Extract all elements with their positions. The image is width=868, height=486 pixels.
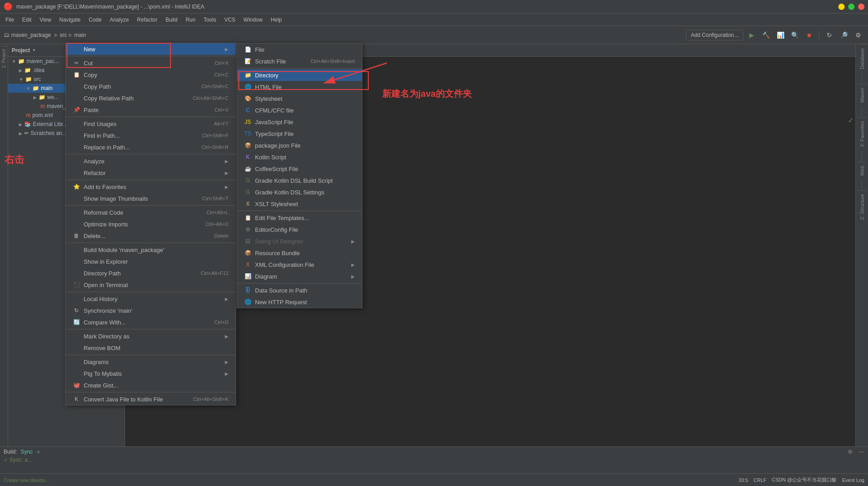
status-linesep[interactable]: CRLF [753, 477, 766, 483]
build-settings-icon[interactable]: ⚙ [848, 449, 853, 455]
search-everywhere-button[interactable]: 🔎 [837, 29, 850, 41]
ctx-local-history[interactable]: Local History ▶ [66, 293, 236, 305]
menu-code[interactable]: Code [85, 15, 105, 24]
build-button[interactable]: 🔨 [760, 29, 772, 41]
structure-tab[interactable]: Z: Structure [858, 190, 867, 223]
ctx-optimize[interactable]: Optimize Imports Ctrl+Alt+O [66, 218, 236, 230]
close-button[interactable] [858, 4, 864, 10]
ctx-analyze[interactable]: Analyze ▶ [66, 155, 236, 167]
ctx-new[interactable]: New ▶ 📄 File 📝 Scratch File Ctrl+Alt+Shi… [66, 43, 236, 55]
menu-build[interactable]: Build [162, 15, 181, 24]
title-bar-controls[interactable] [838, 4, 864, 10]
ctx-remove-bom[interactable]: Remove BOM [66, 342, 236, 354]
nsi-html[interactable]: 🌐 HTML File [237, 81, 362, 93]
ctx-copy-path[interactable]: Copy Path Ctrl+Shift+C [66, 81, 236, 92]
menu-help[interactable]: Help [267, 15, 286, 24]
ctx-convert-java[interactable]: K Convert Java File to Kotlin File Ctrl+… [66, 393, 236, 405]
nsi-stylesheet[interactable]: 🎨 Stylesheet [237, 93, 362, 104]
nsi-kotlin[interactable]: K Kotlin Script [237, 151, 362, 163]
run-button[interactable]: ▶ [745, 29, 758, 41]
ctx-paste[interactable]: 📌 Paste Ctrl+V [66, 104, 236, 116]
tree-label-src: src [34, 76, 41, 82]
nsi-data-source[interactable]: 🗄 Data Source in Path [237, 284, 362, 296]
ctx-delete[interactable]: 🗑 Delete... Delete [66, 230, 236, 242]
ctx-add-favorites[interactable]: ⭐ Add to Favorites ▶ [66, 181, 236, 193]
menu-vcs[interactable]: VCS [221, 15, 239, 24]
add-configuration-button[interactable]: Add Configuration... [686, 30, 743, 40]
menu-window[interactable]: Window [240, 15, 266, 24]
tree-arrow-src: ▼ [19, 77, 23, 82]
ctx-diagrams[interactable]: Diagrams ▶ [66, 356, 236, 368]
nsi-cfml[interactable]: C CFML/CFC file [237, 104, 362, 116]
ctx-cut[interactable]: ✂ Cut Ctrl+X [66, 57, 236, 69]
menu-tools[interactable]: Tools [200, 15, 220, 24]
settings-button[interactable]: ⚙ [852, 29, 864, 41]
minimize-button[interactable] [838, 4, 845, 10]
favorites-tab[interactable]: 2: Favorites [858, 117, 867, 150]
ctx-synchronize[interactable]: ↻ Synchronize 'main' [66, 305, 236, 316]
build-minimize-icon[interactable]: — [859, 449, 864, 455]
ctx-show-explorer[interactable]: Show in Explorer [66, 256, 236, 267]
nsi-gradle-settings[interactable]: G Gradle Kotlin DSL Settings [237, 186, 362, 198]
ctx-copy-left: 📋 Copy [73, 71, 97, 78]
ctx-cut-text: Cut [84, 60, 93, 67]
maven-tab[interactable]: Maven [858, 84, 867, 106]
build-sync-label[interactable]: Sync [21, 449, 33, 455]
maximize-button[interactable] [848, 4, 855, 10]
nsi-ts[interactable]: TS TypeScript File [237, 128, 362, 140]
ctx-build-module[interactable]: Build Module 'maven_package' [66, 244, 236, 256]
nsi-pkg-json[interactable]: 📦 package.json File [237, 140, 362, 151]
gradle-build-icon: G [244, 177, 251, 184]
stop-button[interactable]: ■ [803, 29, 815, 41]
nsi-gradle-build[interactable]: G Gradle Kotlin DSL Build Script [237, 175, 362, 186]
menu-view[interactable]: View [36, 15, 55, 24]
ctx-replace-path[interactable]: Replace in Path... Ctrl+Shift+R [66, 141, 236, 153]
nsi-editorconfig[interactable]: ⚙ EditorConfig File [237, 224, 362, 235]
menu-refactor[interactable]: Refactor [134, 15, 161, 24]
status-event-log[interactable]: Event Log [842, 477, 864, 483]
menu-navigate[interactable]: Navigate [56, 15, 84, 24]
nsi-coffee[interactable]: ☕ CoffeeScript File [237, 163, 362, 175]
nsi-diagram[interactable]: 📊 Diagram ▶ [237, 270, 362, 282]
ctx-add-fav-icon: ⭐ [73, 183, 80, 190]
ctx-find-path[interactable]: Find in Path... Ctrl+Shift+F [66, 130, 236, 141]
database-tab[interactable]: Database [858, 44, 867, 73]
ctx-find-usages[interactable]: Find Usages Alt+F7 [66, 118, 236, 130]
editorconfig-icon: ⚙ [244, 226, 251, 233]
ctx-compare-with[interactable]: 🔄 Compare With... Ctrl+D [66, 316, 236, 328]
ctx-refactor[interactable]: Refactor ▶ [66, 167, 236, 179]
nsi-edit-templates[interactable]: 📋 Edit File Templates... [237, 212, 362, 224]
nsi-js[interactable]: JS JavaScript File [237, 116, 362, 128]
menu-run[interactable]: Run [182, 15, 199, 24]
data-source-icon: 🗄 [244, 287, 251, 294]
update-button[interactable]: ↻ [823, 29, 836, 41]
nsi-scratch[interactable]: 📝 Scratch File Ctrl+Alt+Shift+Insert [237, 55, 362, 67]
nsi-file[interactable]: 📄 File [237, 44, 362, 55]
ctx-ptg-mybatis[interactable]: Ptg To Mybatis ▶ [66, 368, 236, 379]
ctx-copy-rel-path[interactable]: Copy Relative Path Ctrl+Alt+Shift+C [66, 92, 236, 104]
menu-edit[interactable]: Edit [18, 15, 35, 24]
ctx-reformat[interactable]: Reformat Code Ctrl+Alt+L [66, 207, 236, 218]
ctx-show-img-text: Show Image Thumbnails [84, 195, 148, 202]
ctx-sep3 [66, 154, 236, 154]
ctx-copy[interactable]: 📋 Copy Ctrl+C [66, 69, 236, 81]
ctx-create-gist[interactable]: 🐙 Create Gist... [66, 379, 236, 391]
nsi-resource[interactable]: 📦 Resource Bundle [237, 247, 362, 259]
ctx-dir-path[interactable]: Directory Path Ctrl+Alt+F12 [66, 267, 236, 279]
ctx-open-terminal[interactable]: ⬛ Open in Terminal [66, 279, 236, 291]
nsi-xslt[interactable]: X XSLT Stylesheet [237, 198, 362, 210]
nsi-directory[interactable]: 📁 Directory [237, 69, 362, 81]
nsi-http-request[interactable]: 🌐 New HTTP Request [237, 296, 362, 308]
menu-file[interactable]: File [2, 15, 18, 24]
web-tab[interactable]: Web [858, 162, 867, 179]
coverage-button[interactable]: 📊 [774, 29, 787, 41]
nsi-xml-config[interactable]: X XML Configuration File ▶ [237, 259, 362, 270]
profile-button[interactable]: 🔍 [788, 29, 801, 41]
ctx-show-image[interactable]: Show Image Thumbnails Ctrl+Shift+T [66, 193, 236, 204]
sidebar-dropdown-icon[interactable]: ▼ [32, 48, 36, 53]
ctx-mark-directory[interactable]: Mark Directory as ▶ [66, 330, 236, 342]
menu-analyze[interactable]: Analyze [106, 15, 133, 24]
toolbar: 🗂 maven_package ▶ src ▶ main Add Configu… [0, 26, 868, 44]
project-tab[interactable]: 1: Project [0, 46, 7, 71]
build-close-icon[interactable]: ✕ [36, 450, 40, 454]
